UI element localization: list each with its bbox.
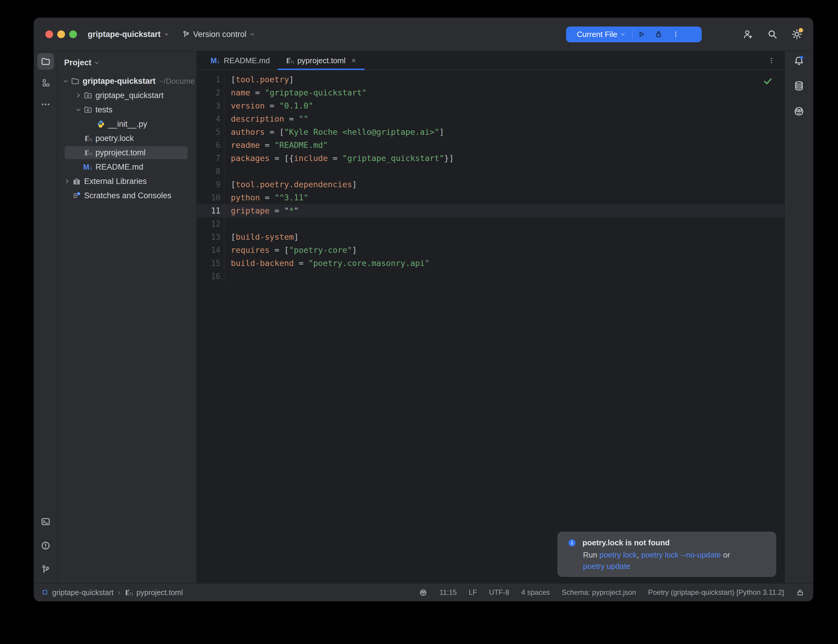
code-token: build-system (236, 232, 294, 242)
settings-notification-badge (799, 28, 803, 33)
scratches-icon (72, 191, 82, 200)
minimize-window-button[interactable] (57, 30, 65, 38)
schema-widget[interactable]: Schema: pyproject.json (562, 588, 636, 596)
code-token: [ (231, 75, 236, 84)
window-controls (45, 30, 77, 38)
tab-pyproject-toml[interactable]: [T]pyproject.toml (278, 51, 365, 70)
tree-item-scratches-and-consoles[interactable]: Scratches and Consoles (58, 189, 197, 203)
tree-item-poetry-lock[interactable]: [T]poetry.lock (58, 131, 197, 146)
code-line-1: 1[tool.poetry] (197, 73, 784, 86)
code-token: ] (294, 232, 299, 242)
git-toolwindow-button[interactable] (37, 561, 54, 578)
code-token: = (269, 245, 284, 255)
breadcrumb-project[interactable]: griptape-quickstart (52, 588, 113, 597)
chevron-down-icon[interactable] (74, 107, 83, 113)
run-configuration-button[interactable]: Current File (577, 30, 617, 39)
code-text: packages = [{include = "griptape_quickst… (224, 152, 454, 165)
chevron-right-icon[interactable] (74, 92, 83, 99)
tree-item-label: Scratches and Consoles (84, 191, 171, 200)
code-line-3: 3version = "0.1.0" (197, 99, 784, 112)
code-token: " (284, 206, 289, 215)
inspections-ok-icon[interactable] (763, 76, 772, 87)
problems-toolwindow-button[interactable] (37, 537, 54, 554)
tree-item-griptape-quickstart[interactable]: griptape-quickstart~/Docume (58, 74, 197, 88)
code-text: description = "" (224, 112, 308, 125)
code-token: griptape (231, 206, 269, 215)
ide-window: griptape-quickstart Version control Curr… (34, 18, 813, 601)
project-widget[interactable]: griptape-quickstart (88, 30, 169, 39)
code-token: "poetry.core.masonry.api" (308, 258, 429, 268)
structure-toolwindow-button[interactable] (37, 74, 54, 91)
close-window-button[interactable] (45, 30, 53, 38)
code-token: "0.1.0" (279, 101, 314, 110)
code-token: tool.poetry.dependencies (236, 180, 352, 189)
line-number: 1 (197, 73, 224, 86)
debug-button[interactable] (650, 30, 667, 39)
caret-position-widget[interactable]: 11:15 (439, 588, 457, 596)
indent-widget[interactable]: 4 spaces (521, 588, 550, 596)
code-line-5: 5authors = ["Kyle Roche <hello@griptape.… (197, 125, 784, 139)
tab-readme-md[interactable]: M↓README.md (203, 51, 278, 70)
notifications-button[interactable] (790, 53, 807, 69)
chevron-down-icon[interactable] (61, 78, 70, 84)
database-toolwindow-button[interactable] (790, 77, 807, 94)
more-toolwindows-button[interactable] (37, 96, 54, 113)
code-token: build-backend (231, 258, 294, 268)
copilot-status-icon[interactable] (419, 588, 427, 596)
notification-link[interactable]: poetry lock --no-update (641, 550, 721, 559)
search-everywhere-button[interactable] (767, 29, 778, 40)
tree-item--init-py[interactable]: __init__.py (58, 117, 197, 131)
info-icon (567, 539, 577, 547)
settings-button[interactable] (791, 29, 802, 40)
notification-link[interactable]: poetry lock (600, 550, 637, 559)
left-strip-bottom (37, 513, 54, 583)
code-token: = (250, 88, 265, 97)
code-token: authors (231, 127, 265, 136)
unlocked-icon[interactable] (796, 588, 804, 596)
add-user-button[interactable] (742, 29, 754, 40)
code-text: readme = "README.md" (224, 139, 328, 152)
tree-item-path: ~/Docume (159, 77, 195, 86)
vcs-widget[interactable]: Version control (182, 30, 256, 39)
desktop: { "titlebar": { "project_name": "griptap… (0, 0, 838, 644)
tab-label: README.md (223, 56, 270, 65)
tree-item-label: __init__.py (108, 120, 147, 129)
code-lines: 1[tool.poetry]2name = "griptape-quicksta… (197, 73, 784, 283)
code-text: authors = ["Kyle Roche <hello@griptape.a… (224, 125, 444, 139)
interpreter-widget[interactable]: Poetry (griptape-quickstart) [Python 3.1… (648, 588, 784, 596)
library-icon (72, 177, 82, 186)
tree-item-pyproject-toml[interactable]: [T]pyproject.toml (58, 146, 197, 160)
folder-src-icon (83, 91, 93, 100)
code-token: = (260, 193, 274, 202)
breadcrumb-file[interactable]: pyproject.toml (136, 588, 183, 597)
code-line-13: 13[build-system] (197, 230, 784, 243)
code-line-9: 9[tool.poetry.dependencies] (197, 178, 784, 191)
line-separator-widget[interactable]: LF (469, 588, 477, 596)
project-panel-header[interactable]: Project (58, 51, 197, 74)
encoding-widget[interactable]: UTF-8 (489, 588, 509, 596)
tab-options-button[interactable] (767, 51, 776, 70)
code-text: [tool.poetry.dependencies] (224, 178, 357, 191)
chevron-right-icon[interactable] (62, 178, 72, 184)
code-token: ] (289, 75, 294, 84)
tree-item-readme-md[interactable]: M↓README.md (58, 160, 197, 174)
line-number: 5 (197, 125, 224, 139)
terminal-toolwindow-button[interactable] (37, 513, 54, 530)
tree-item-external-libraries[interactable]: External Libraries (58, 174, 197, 189)
close-tab-button[interactable] (350, 57, 357, 64)
notification-link[interactable]: poetry update (583, 562, 631, 571)
code-token: python (231, 193, 260, 202)
tree-item-griptape-quickstart[interactable]: griptape_quickstart (58, 88, 197, 103)
code-editor[interactable]: 1[tool.poetry]2name = "griptape-quicksta… (197, 70, 784, 583)
run-button[interactable] (633, 30, 650, 39)
notification-text: , (637, 550, 641, 559)
code-token: packages (231, 154, 269, 163)
tree-item-tests[interactable]: tests (58, 103, 197, 117)
project-toolwindow-button[interactable] (37, 53, 54, 70)
tree-item-label: README.md (95, 163, 143, 172)
maximize-window-button[interactable] (69, 30, 77, 38)
more-run-options-button[interactable] (667, 30, 684, 38)
copilot-button[interactable] (790, 103, 807, 119)
markdown-icon: M↓ (83, 163, 93, 171)
breadcrumb: griptape-quickstart › [T] pyproject.toml (41, 588, 183, 597)
